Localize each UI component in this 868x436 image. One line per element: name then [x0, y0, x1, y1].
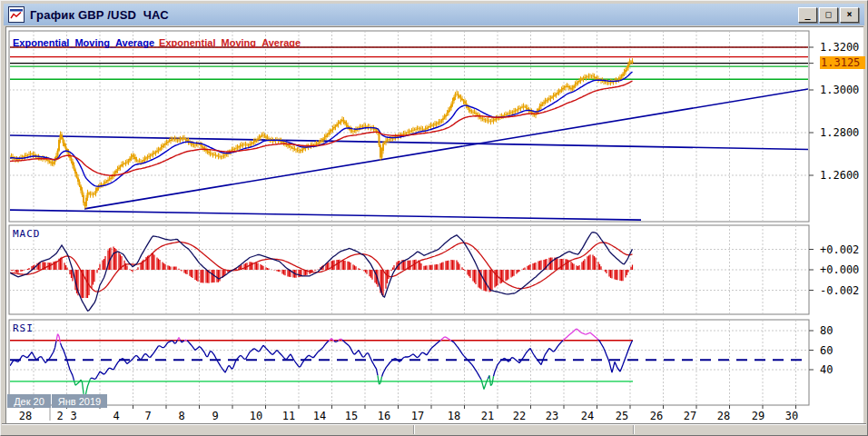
axis-tick-label: 40	[820, 363, 833, 376]
axis-tick-label: 1.3000	[820, 84, 859, 96]
day-tick-label: 3	[70, 410, 76, 422]
rsi-panel-label: RSI	[13, 322, 34, 334]
day-tick-label: 7	[144, 410, 151, 422]
day-tick-label: 29	[752, 410, 764, 422]
day-tick-label: 17	[411, 410, 424, 422]
day-tick-label: 27	[684, 410, 696, 422]
axis-tick-label: 1.2600	[820, 169, 859, 182]
axis-tick-label: 1.3200	[820, 41, 859, 54]
day-tick-label: 25	[616, 410, 628, 422]
month-badge-jan: Янв 2019	[52, 394, 107, 408]
month-badge-dec: Дек 20	[7, 394, 51, 408]
day-tick-label: 14	[313, 410, 326, 422]
day-tick-label: 28	[717, 410, 730, 422]
axis-tick-label: 80	[820, 324, 833, 337]
chart-canvas[interactable]	[0, 0, 868, 436]
day-tick-label: 8	[178, 410, 184, 422]
day-tick-label: 22	[513, 410, 526, 422]
current-price-badge: 1.3125	[820, 56, 865, 69]
price-panel	[9, 31, 809, 222]
day-tick-label: 11	[282, 410, 295, 422]
day-tick-label: 26	[650, 410, 663, 422]
rsi-panel	[9, 320, 809, 405]
day-tick-label: 28	[19, 410, 32, 422]
axis-tick-label: +0.002	[820, 243, 859, 256]
day-tick-label: 24	[581, 410, 594, 422]
day-tick-label: 23	[546, 410, 558, 422]
axis-tick-label: 60	[820, 344, 833, 357]
day-tick-label: 16	[378, 410, 390, 422]
indicator-labels: Exponential_Moving_AverageExponential_Mo…	[13, 34, 305, 50]
day-tick-label: 4	[113, 410, 119, 422]
app-window: { "window": { "title": "График GBP /USD …	[0, 0, 868, 436]
ema-indicator-label: Exponential_Moving_Average	[13, 37, 154, 48]
status-divider	[633, 425, 634, 434]
ema-indicator-label: Exponential_Moving_Average	[159, 37, 301, 48]
axis-tick-label: -0.002	[820, 284, 859, 297]
macd-panel	[9, 225, 809, 314]
day-tick-label: 15	[345, 410, 358, 422]
day-tick-label: 2	[56, 410, 63, 422]
axis-tick-label: 1.2800	[820, 126, 859, 139]
day-tick-label: 18	[448, 410, 460, 422]
day-tick-label: 10	[250, 410, 262, 422]
day-tick-label: 9	[212, 410, 218, 422]
status-bar	[2, 423, 866, 435]
macd-panel-label: MACD	[13, 228, 41, 240]
day-tick-label: 21	[481, 410, 494, 422]
day-tick-label: 30	[785, 410, 798, 422]
axis-tick-label: +0.000	[820, 263, 859, 276]
status-divider	[413, 425, 414, 434]
